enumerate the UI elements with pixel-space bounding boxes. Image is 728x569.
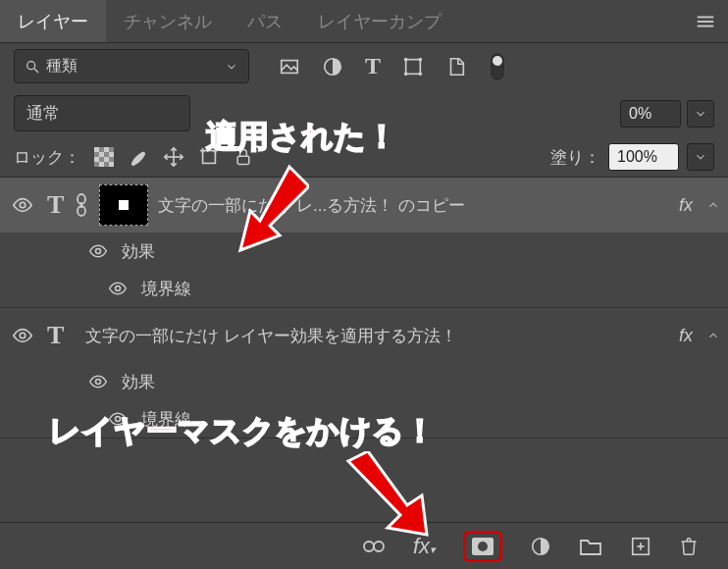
layer-name[interactable]: 文字の一部にだけ レイヤー効果を適用する方法！ [85, 325, 669, 347]
filter-row: 種類 T [0, 43, 728, 89]
link-layers-icon[interactable] [362, 538, 386, 555]
lock-paint-icon[interactable] [128, 146, 149, 168]
filter-pixel-icon[interactable] [279, 56, 300, 78]
effects-title: 効果 [122, 371, 155, 393]
visibility-toggle[interactable] [88, 241, 108, 261]
svg-rect-21 [99, 162, 104, 167]
effects-header: 効果 [0, 363, 728, 400]
visibility-toggle[interactable] [108, 279, 128, 298]
visibility-toggle[interactable] [8, 325, 37, 346]
adjustment-layer-icon[interactable] [530, 536, 551, 557]
svg-point-40 [364, 542, 374, 551]
search-icon [25, 59, 40, 75]
type-layer-icon: T [47, 321, 64, 350]
svg-line-4 [34, 69, 38, 73]
svg-rect-19 [94, 157, 99, 162]
panel-tabs: レイヤー チャンネル パス レイヤーカンプ [0, 0, 728, 43]
fx-indicator[interactable]: fx [679, 326, 693, 346]
effects-header: 効果 [0, 233, 728, 270]
tab-layers[interactable]: レイヤー [0, 0, 106, 42]
svg-rect-25 [203, 151, 216, 164]
svg-rect-20 [104, 157, 109, 162]
tab-layer-comps[interactable]: レイヤーカンプ [300, 0, 459, 42]
svg-rect-17 [99, 152, 104, 157]
svg-point-3 [27, 61, 35, 69]
blend-mode-select[interactable]: 通常 [14, 95, 190, 131]
effect-name: 境界線 [141, 408, 191, 431]
layer-row[interactable]: T 文字の一部にだけ レ...る方法！ のコピー fx 効果 境界線 [0, 178, 728, 308]
layer-mask-thumbnail[interactable] [99, 184, 148, 226]
effect-item[interactable]: 境界線 [0, 400, 728, 438]
svg-rect-15 [94, 147, 99, 152]
lock-transparency-icon[interactable] [94, 147, 114, 167]
filter-toggle-icon[interactable] [489, 52, 506, 81]
svg-point-8 [404, 57, 408, 61]
blend-row: 通常 0% [0, 89, 728, 137]
tab-channels[interactable]: チャンネル [106, 0, 230, 42]
link-icon[interactable] [74, 193, 89, 217]
svg-point-10 [404, 72, 408, 76]
opacity-value[interactable]: 0% [620, 100, 681, 128]
svg-point-13 [493, 56, 502, 66]
lock-label: ロック： [14, 146, 80, 169]
new-layer-icon[interactable] [630, 536, 651, 557]
effect-name: 境界線 [141, 278, 191, 300]
filter-type-text-icon[interactable]: T [365, 53, 381, 79]
filter-label: 種類 [46, 56, 78, 77]
svg-point-36 [116, 286, 121, 291]
svg-rect-30 [237, 156, 249, 164]
svg-point-9 [419, 57, 423, 61]
chevron-up-icon[interactable] [706, 198, 720, 212]
fx-indicator[interactable]: fx [679, 195, 693, 216]
visibility-toggle[interactable] [8, 194, 37, 216]
fill-label: 塗り： [550, 146, 600, 169]
lock-artboard-icon[interactable] [198, 146, 220, 168]
svg-point-39 [116, 417, 121, 422]
fx-button[interactable]: fx▾ [413, 534, 436, 559]
filter-select[interactable]: 種類 [14, 49, 249, 83]
new-group-icon[interactable] [579, 537, 602, 556]
filter-type-icons: T [279, 52, 506, 81]
add-mask-button[interactable] [463, 531, 502, 562]
effect-item[interactable]: 境界線 [0, 270, 728, 307]
trash-icon[interactable] [679, 536, 699, 557]
panel-menu-icon[interactable] [695, 11, 716, 32]
lock-row: ロック： 塗り： 100% [0, 137, 728, 177]
visibility-toggle[interactable] [108, 409, 128, 429]
layer-row[interactable]: T 文字の一部にだけ レイヤー効果を適用する方法！ fx 効果 境界線 [0, 308, 728, 439]
fill-chevron[interactable] [687, 143, 714, 171]
lock-move-icon[interactable] [163, 146, 184, 168]
svg-point-11 [419, 72, 423, 76]
opacity-control: 0% [620, 100, 714, 128]
filter-shape-icon[interactable] [402, 56, 424, 78]
type-layer-icon: T [47, 190, 64, 220]
svg-rect-18 [109, 152, 114, 157]
svg-rect-2 [698, 25, 714, 26]
filter-adjust-icon[interactable] [322, 56, 343, 78]
svg-point-31 [20, 202, 26, 208]
opacity-chevron[interactable] [687, 100, 714, 128]
tab-paths[interactable]: パス [230, 0, 300, 42]
blend-mode-label: 通常 [26, 102, 60, 125]
svg-point-38 [96, 380, 101, 385]
filter-smart-icon[interactable] [445, 56, 467, 78]
svg-rect-0 [698, 16, 714, 18]
layers-list: T 文字の一部にだけ レ...る方法！ のコピー fx 効果 境界線 T 文字の… [0, 177, 728, 439]
lock-all-icon[interactable] [234, 147, 253, 167]
svg-point-41 [374, 542, 384, 551]
svg-point-37 [20, 333, 26, 338]
bottom-toolbar: fx▾ [0, 522, 728, 569]
svg-rect-1 [698, 21, 714, 23]
visibility-toggle[interactable] [88, 372, 108, 391]
effects-title: 効果 [122, 240, 155, 263]
svg-rect-22 [109, 162, 114, 167]
svg-point-43 [478, 542, 488, 551]
chevron-down-icon [225, 60, 238, 74]
chevron-up-icon[interactable] [706, 329, 720, 342]
svg-rect-7 [406, 59, 421, 74]
svg-point-35 [96, 249, 101, 254]
fill-value[interactable]: 100% [608, 143, 679, 171]
layer-name[interactable]: 文字の一部にだけ レ...る方法！ のコピー [158, 194, 669, 217]
svg-rect-16 [104, 147, 109, 152]
